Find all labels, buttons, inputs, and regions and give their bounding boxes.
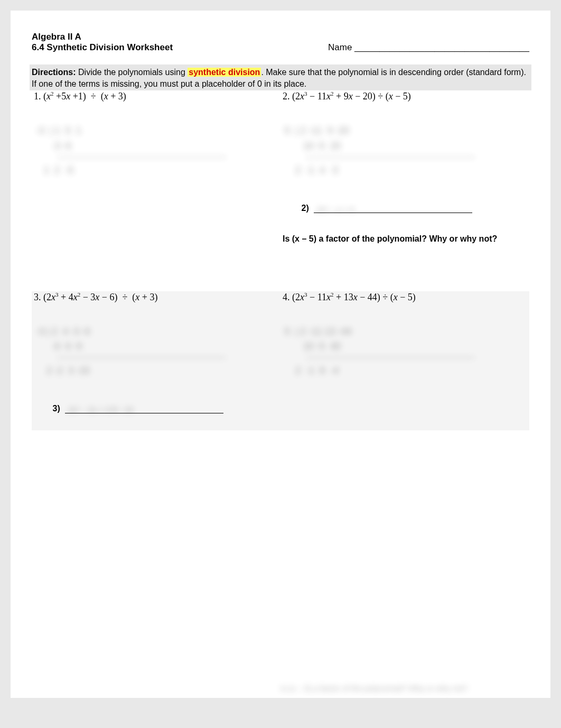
answer-2-label: 2) (302, 204, 309, 213)
problem-2: 2. (2x3 − 11x2 + 9x − 20) ÷ (x − 5) (283, 91, 411, 102)
problem-2-cell: 2. (2x3 − 11x2 + 9x − 20) ÷ (x − 5) 5 | … (280, 90, 529, 254)
page-title: 6.4 Synthetic Division Worksheet (32, 42, 173, 53)
problem-3: 3. (2x3 + 4x2 − 3x − 6) ÷ (x + 3) (34, 292, 158, 302)
problem-1-work-blurred: -3 | 1 5 1 -3 -6 1 2 -5 (36, 123, 278, 178)
name-field-label: Name ___________________________________ (328, 42, 529, 53)
problem-4-num: 4. (283, 292, 290, 302)
course-header: Algebra II A 6.4 Synthetic Division Work… (32, 32, 529, 53)
problem-3-num: 3. (34, 292, 41, 302)
answer-3-label: 3) (53, 404, 60, 413)
problem-2-work-blurred: 5 | 2 -11 9 -20 10 -5 20 2 -1 4 0 (285, 123, 527, 178)
problem-4-work-blurred: 5 | 2 -11 13 -44 10 -5 40 2 -1 8 -4 (285, 324, 527, 379)
course-name: Algebra II A (32, 32, 529, 42)
answer-3-line: 3) 2x² − 2x + 3 R −15 (34, 394, 278, 423)
problem-1-num: 1. (34, 91, 41, 102)
problem-1-cell: 1. (x2 +5x +1) ÷ (x + 3) -3 | 1 5 1 -3 -… (32, 90, 280, 254)
answer-2-blank[interactable]: 2x² − x + 4 (314, 205, 472, 213)
directions-text-1: Divide the polynomials using (76, 68, 188, 77)
problem-1: 1. (x2 +5x +1) ÷ (x + 3) (34, 91, 126, 102)
directions-lead: Directions: (32, 68, 76, 77)
bottom-blurred-text: Is (x – 5) a factor of the polynomial? W… (280, 684, 545, 693)
problem-3-cell: 3. (2x3 + 4x2 − 3x − 6) ÷ (x + 3) -3 | 2… (32, 291, 280, 430)
problem-4: 4. (2x3 − 11x2 + 13x − 44) ÷ (x − 5) (283, 292, 416, 302)
problem-2-num: 2. (283, 91, 290, 102)
problem-4-cell: 4. (2x3 − 11x2 + 13x − 44) ÷ (x − 5) 5 |… (280, 291, 529, 430)
factor-question-2: Is (x – 5) a factor of the polynomial? W… (283, 234, 527, 244)
answer-2-line: 2) 2x² − x + 4 (283, 194, 527, 223)
directions-block: Directions: Divide the polynomials using… (30, 64, 531, 90)
worksheet-page: Algebra II A 6.4 Synthetic Division Work… (11, 11, 550, 698)
directions-highlight: synthetic division (188, 68, 261, 77)
problem-3-work-blurred: -3 | 2 4 -3 -6 -6 6 -9 2 -2 3 -15 (36, 324, 278, 379)
answer-3-blank[interactable]: 2x² − 2x + 3 R −15 (65, 406, 223, 413)
